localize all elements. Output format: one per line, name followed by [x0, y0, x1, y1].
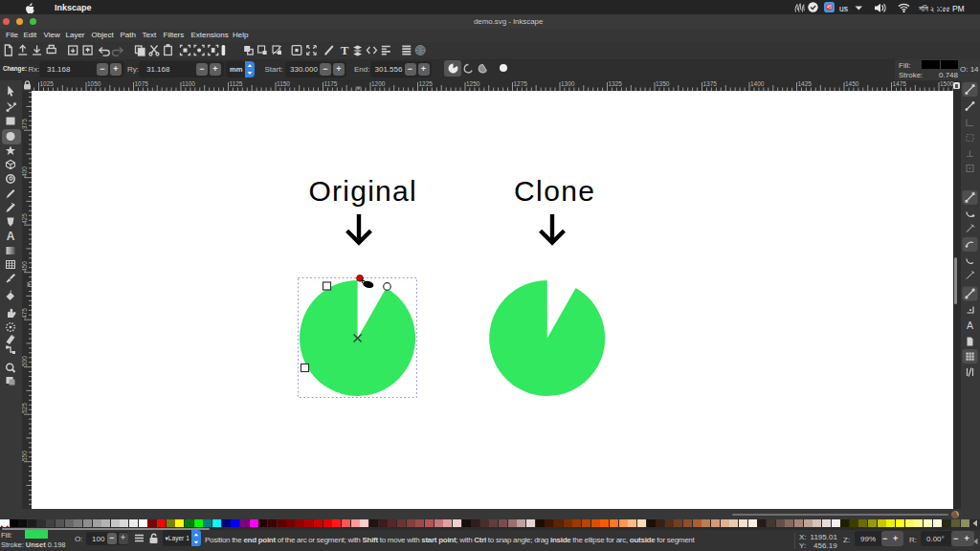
svg-text:A: A: [967, 320, 973, 331]
svg-text:T: T: [341, 43, 349, 57]
svg-text:45: 45: [827, 5, 833, 10]
svg-text:A: A: [7, 230, 15, 243]
